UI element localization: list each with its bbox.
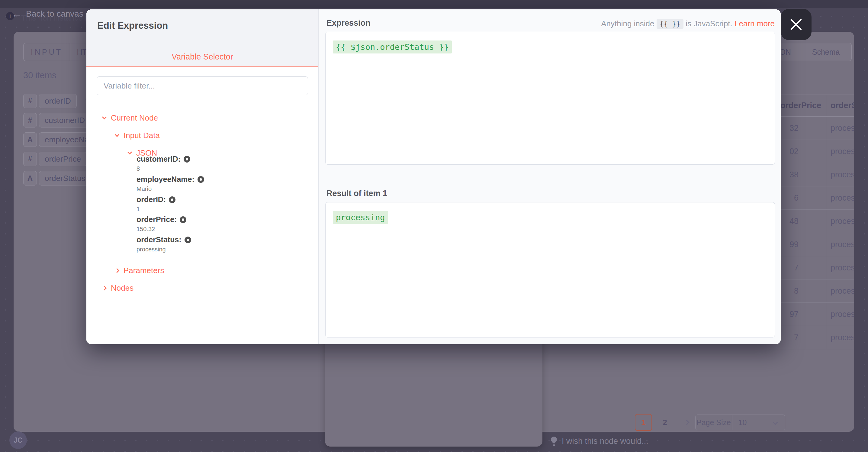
browser-top-strip (0, 0, 868, 8)
column-header-orderstatus[interactable]: orderStatus (826, 95, 854, 116)
tree-field-text: orderID: (136, 195, 166, 204)
field-type-icon: # (23, 113, 37, 127)
expression-panel: Expression Anything inside {{ }} is Java… (318, 9, 781, 344)
tab-variable-selector[interactable]: Variable Selector (86, 52, 318, 62)
cell-orderstatus: processing (826, 186, 854, 209)
tree-field-value: 1 (136, 206, 176, 213)
node-feedback-link[interactable]: I wish this node would... (550, 436, 648, 446)
tab-schema[interactable]: Schema (800, 43, 851, 61)
page-size-select[interactable]: Page Size 10 (695, 415, 785, 430)
close-icon (790, 18, 803, 31)
tree-field: orderStatus:processing (136, 235, 191, 253)
input-items-count: 30 items (23, 70, 57, 80)
chevron-down-icon (773, 420, 778, 425)
hint-prefix: Anything inside (601, 19, 657, 28)
chevron-right-icon (102, 286, 107, 291)
pagination-page-1[interactable]: 1 (635, 414, 652, 431)
edit-expression-modal: Edit Expression Variable Selector Curren… (86, 9, 781, 344)
tree-field: customerID:8 (136, 155, 190, 172)
tree-field-value: Mario (136, 185, 204, 192)
lightbulb-icon (550, 436, 558, 446)
tree-item-nodes[interactable]: Nodes (103, 283, 133, 293)
schema-row[interactable]: #orderPrice (23, 152, 87, 166)
tree-item-input-data[interactable]: Input Data (115, 131, 160, 140)
expression-hint: Anything inside {{ }} is JavaScript. Lea… (601, 19, 775, 28)
hint-code-chip: {{ }} (657, 19, 683, 29)
tree-field-text: orderPrice: (136, 215, 177, 224)
tree-field-name[interactable]: orderStatus: (136, 235, 191, 244)
cell-orderstatus: processing (826, 140, 854, 163)
expression-code[interactable]: {{ $json.orderStatus }} (333, 40, 452, 54)
chevron-down-icon (102, 115, 107, 120)
tree-field-text: orderStatus: (136, 235, 182, 244)
insert-variable-icon[interactable] (169, 197, 176, 203)
tab-input[interactable]: INPUT (24, 43, 70, 61)
variable-selector-panel: Edit Expression Variable Selector Curren… (86, 9, 318, 344)
insert-variable-icon[interactable] (184, 156, 190, 162)
cell-orderstatus: processing (826, 233, 854, 256)
modal-header: Edit Expression Variable Selector (86, 9, 318, 67)
pagination-page-2[interactable]: 2 (656, 414, 674, 431)
field-name[interactable]: orderStatus (39, 171, 91, 185)
cell-orderstatus: processing (826, 210, 854, 233)
tree-field-name[interactable]: employeeName: (136, 175, 204, 184)
insert-variable-icon[interactable] (185, 237, 191, 243)
back-arrow-icon: ← (11, 8, 22, 19)
tree-field: employeeName:Mario (136, 175, 204, 192)
field-type-icon: A (23, 171, 37, 185)
user-avatar[interactable]: JC (9, 431, 27, 449)
tree-field-text: employeeName: (136, 175, 194, 184)
tree-field: orderID:1 (136, 195, 176, 213)
tree-field-name[interactable]: customerID: (136, 155, 190, 163)
tree-field-value: processing (136, 246, 191, 253)
cell-orderstatus: processing (826, 279, 854, 302)
tree-label: Input Data (124, 131, 160, 140)
tree-field: orderPrice:150.32 (136, 215, 186, 233)
modal-title: Edit Expression (97, 20, 168, 31)
node-feedback-text: I wish this node would... (562, 436, 648, 446)
tree-label: Nodes (111, 283, 133, 293)
field-type-icon: # (23, 94, 37, 108)
learn-more-link[interactable]: Learn more (735, 19, 775, 28)
chevron-right-icon (684, 420, 689, 425)
expression-label: Expression (327, 19, 371, 28)
close-modal-button[interactable] (781, 9, 811, 40)
result-viewer: processing (325, 202, 775, 337)
tree-field-value: 8 (136, 165, 190, 172)
tree-field-value: 150.32 (136, 226, 186, 233)
result-label: Result of item 1 (327, 189, 387, 198)
field-type-icon: # (23, 152, 37, 166)
schema-row[interactable]: AorderStatus (23, 171, 91, 185)
tree-item-parameters[interactable]: Parameters (115, 266, 164, 275)
schema-row[interactable]: #customerID (23, 113, 91, 127)
field-type-icon: A (23, 132, 37, 147)
tree-field-text: customerID: (136, 155, 181, 163)
tree-field-name[interactable]: orderID: (136, 195, 176, 204)
tree-item-current-node[interactable]: Current Node (103, 113, 158, 123)
expression-editor[interactable]: {{ $json.orderStatus }} (325, 32, 775, 165)
tree-field-name[interactable]: orderPrice: (136, 215, 186, 224)
insert-variable-icon[interactable] (197, 176, 204, 183)
chevron-down-icon (127, 150, 132, 155)
screen: i This n8n instance is ← Back to canvas … (0, 0, 868, 452)
page-size-label: Page Size (695, 418, 732, 427)
schema-row[interactable]: #orderID1 (23, 94, 89, 108)
back-to-canvas-label: Back to canvas (26, 9, 83, 19)
field-name[interactable]: orderPrice (39, 152, 87, 166)
result-value: processing (333, 211, 388, 224)
cell-orderstatus: processing (826, 326, 854, 349)
hint-suffix: is JavaScript. (683, 19, 735, 28)
cell-orderstatus: processing (826, 117, 854, 140)
insert-variable-icon[interactable] (180, 216, 186, 223)
tree-label: Parameters (124, 266, 164, 275)
field-name[interactable]: customerID (39, 113, 91, 127)
chevron-down-icon (115, 132, 120, 137)
back-to-canvas-button[interactable]: ← Back to canvas (11, 8, 83, 19)
pagination-next-button[interactable] (678, 414, 695, 431)
chevron-right-icon (115, 268, 120, 273)
variable-filter-input[interactable] (97, 77, 308, 95)
page-size-value: 10 (733, 418, 774, 427)
cell-orderstatus: processing (826, 256, 854, 279)
field-name[interactable]: orderID (39, 94, 77, 108)
cell-orderstatus: processing (826, 303, 854, 326)
